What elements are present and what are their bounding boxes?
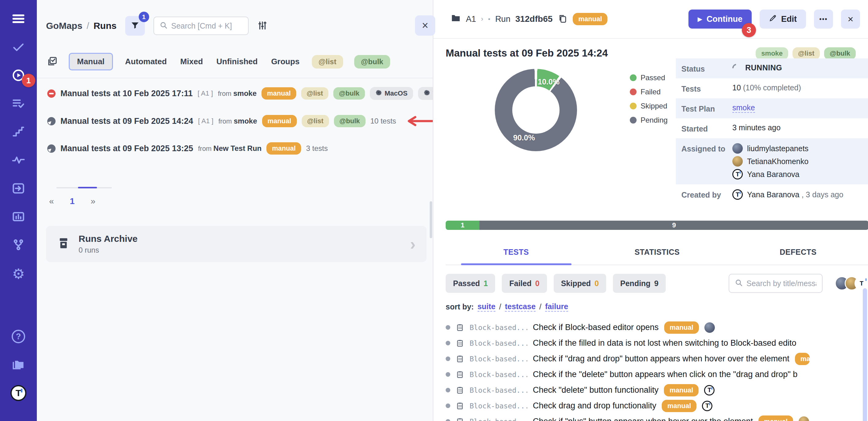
run-type-badge: manual bbox=[573, 13, 608, 25]
pagination-page-1[interactable]: 1 bbox=[70, 196, 75, 206]
detail-label: Created by bbox=[681, 189, 727, 199]
detail-value: liudmylastepanetsTetianaKhomenkoTYana Ba… bbox=[727, 143, 808, 179]
pending-status-dot bbox=[446, 357, 450, 361]
sidebar-item-runs[interactable]: 1 bbox=[9, 67, 27, 85]
liudmyla-avatar bbox=[732, 143, 743, 153]
run-title: Manual tests at 10 Feb 2025 17:11 bbox=[60, 89, 193, 99]
menu-icon bbox=[12, 12, 25, 27]
badge-@bulk: @bulk bbox=[333, 87, 365, 100]
sidebar-item-settings[interactable]: ⚙ bbox=[9, 265, 27, 283]
left-panel-scrollbar[interactable] bbox=[430, 201, 432, 238]
filter-skipped[interactable]: Skipped0 bbox=[554, 274, 606, 293]
test-suite-name: Block-based... bbox=[470, 324, 527, 332]
test-row-5[interactable]: Block-based...Check "delete" button func… bbox=[446, 382, 868, 398]
select-all-button[interactable] bbox=[47, 56, 58, 67]
running-status-icon bbox=[47, 117, 56, 125]
sort-by-testcase[interactable]: testcase bbox=[505, 302, 536, 312]
filter-failed[interactable]: Failed0 bbox=[502, 274, 547, 293]
test-row-3[interactable]: Block-based...Check if "drag and drop" b… bbox=[446, 351, 868, 367]
tab-groups[interactable]: Groups bbox=[270, 53, 301, 70]
spinner-icon bbox=[731, 62, 742, 74]
tab-unfinished[interactable]: Unfinished bbox=[215, 53, 259, 70]
filter-passed[interactable]: Passed1 bbox=[446, 274, 495, 293]
archive-icon bbox=[57, 236, 70, 251]
tab-tests[interactable]: TESTS bbox=[446, 243, 587, 264]
tab-mixed[interactable]: Mixed bbox=[179, 53, 204, 70]
test-suite-name: Block-based... bbox=[470, 402, 527, 410]
run-detail-panel: A1 › • Run 312dfb65 manual ▶ Continue 3 bbox=[433, 0, 868, 421]
assignee: liudmylastepanets bbox=[732, 143, 808, 153]
sidebar-item-imports[interactable] bbox=[9, 180, 27, 198]
close-run-detail-button[interactable]: × bbox=[841, 9, 860, 29]
runs-filter-tabs: ManualAutomatedMixedUnfinishedGroups@lis… bbox=[37, 36, 433, 78]
sidebar-item-help[interactable]: ? bbox=[9, 328, 27, 345]
pagination-thumb[interactable] bbox=[78, 187, 97, 188]
tag-chip-bulk[interactable]: @bulk bbox=[354, 55, 390, 68]
filter-count: 0 bbox=[594, 279, 599, 288]
filter-pending[interactable]: Pending9 bbox=[613, 274, 666, 293]
more-actions-button[interactable]: ••• bbox=[814, 9, 833, 29]
test-title: Check if the "delete" button appears whe… bbox=[533, 370, 797, 379]
sidebar-item-projects[interactable] bbox=[9, 356, 27, 374]
test-row-2[interactable]: Block-based...Check if the filled in dat… bbox=[446, 335, 868, 351]
test-plan-link[interactable]: smoke bbox=[732, 103, 755, 113]
run-row-3[interactable]: Manual tests at 09 Feb 2025 13:25from Ne… bbox=[47, 142, 424, 155]
test-case-icon bbox=[456, 417, 464, 421]
detail-value: 3 minutes ago bbox=[727, 123, 780, 132]
test-row-6[interactable]: Block-based...Check drag and drop functi… bbox=[446, 398, 868, 414]
breadcrumb-project[interactable]: GoMaps bbox=[46, 21, 82, 31]
test-case-icon bbox=[456, 323, 464, 332]
test-row-4[interactable]: Block-based...Check if the "delete" butt… bbox=[446, 367, 868, 382]
tab-statistics[interactable]: STATISTICS bbox=[587, 243, 727, 264]
run-row-2[interactable]: Manual tests at 09 Feb 2025 14:24[ A1 ]f… bbox=[47, 114, 424, 128]
badge-label: @bulk bbox=[339, 117, 360, 125]
test-title: Check drag and drop functionality bbox=[533, 401, 656, 411]
test-row-1[interactable]: Block-based...Check if Block-based edito… bbox=[446, 319, 868, 335]
sort-by-failure[interactable]: failure bbox=[545, 302, 568, 312]
crumb-suite[interactable]: A1 bbox=[466, 15, 476, 24]
pagination: « 1 » bbox=[37, 169, 433, 206]
sidebar-item-activity[interactable] bbox=[9, 152, 27, 170]
tab-defects[interactable]: DEFECTS bbox=[728, 243, 868, 264]
steps-icon bbox=[12, 125, 25, 140]
legend-label: Passed bbox=[641, 74, 665, 82]
tests-scrollbar[interactable] bbox=[863, 288, 867, 421]
sort-by-suite[interactable]: suite bbox=[477, 302, 495, 312]
gear-icon bbox=[424, 89, 430, 98]
detail-label: Tests bbox=[681, 83, 727, 93]
edit-button[interactable]: Edit bbox=[760, 9, 806, 29]
pagination-prev[interactable]: « bbox=[49, 196, 54, 206]
sidebar-item-integrations[interactable] bbox=[9, 236, 27, 254]
chart-legend: PassedFailedSkippedPending bbox=[630, 74, 668, 124]
sidebar-item-requirements[interactable] bbox=[9, 95, 27, 113]
runs-archive-card[interactable]: Runs Archive 0 runs › bbox=[46, 226, 427, 262]
sidebar-item-test-cases[interactable] bbox=[9, 39, 27, 57]
run-from: from New Test Run bbox=[198, 144, 261, 153]
sidebar-item-menu[interactable] bbox=[9, 10, 27, 28]
failed-dot bbox=[630, 88, 637, 95]
assignee-avatar-stack[interactable]: T bbox=[835, 276, 868, 290]
runs-search-input[interactable] bbox=[171, 22, 243, 30]
close-left-panel-button[interactable]: × bbox=[415, 16, 435, 36]
tests-search-input[interactable] bbox=[746, 279, 816, 288]
detail-value: TYana Baranova , 3 days ago bbox=[727, 189, 843, 200]
filter-button[interactable]: 1 bbox=[125, 16, 145, 36]
tag-chip-list[interactable]: @list bbox=[312, 55, 343, 68]
pagination-track bbox=[57, 187, 112, 188]
copy-run-id-button[interactable] bbox=[557, 13, 568, 25]
copy-icon bbox=[557, 13, 568, 25]
badge-@bulk: @bulk bbox=[334, 115, 366, 127]
pagination-next[interactable]: » bbox=[91, 196, 95, 206]
tab-automated[interactable]: Automated bbox=[124, 53, 168, 70]
run-row-1[interactable]: Manual tests at 10 Feb 2025 17:11[ A1 ]f… bbox=[47, 87, 424, 100]
filter-count: 1 bbox=[484, 279, 488, 288]
sidebar-item-milestones[interactable] bbox=[9, 123, 27, 141]
sidebar-item-account[interactable]: T bbox=[9, 384, 27, 402]
run-label: Run bbox=[495, 15, 510, 24]
tab-manual[interactable]: Manual bbox=[69, 53, 113, 71]
view-settings-button[interactable] bbox=[257, 20, 268, 32]
continue-button[interactable]: ▶ Continue 3 bbox=[688, 9, 752, 29]
sidebar-item-reports[interactable] bbox=[9, 208, 27, 226]
test-row-7[interactable]: Block-based...Check if "plus" button app… bbox=[446, 414, 868, 421]
sort-row: sort by: suite/testcase/failure bbox=[446, 302, 868, 312]
